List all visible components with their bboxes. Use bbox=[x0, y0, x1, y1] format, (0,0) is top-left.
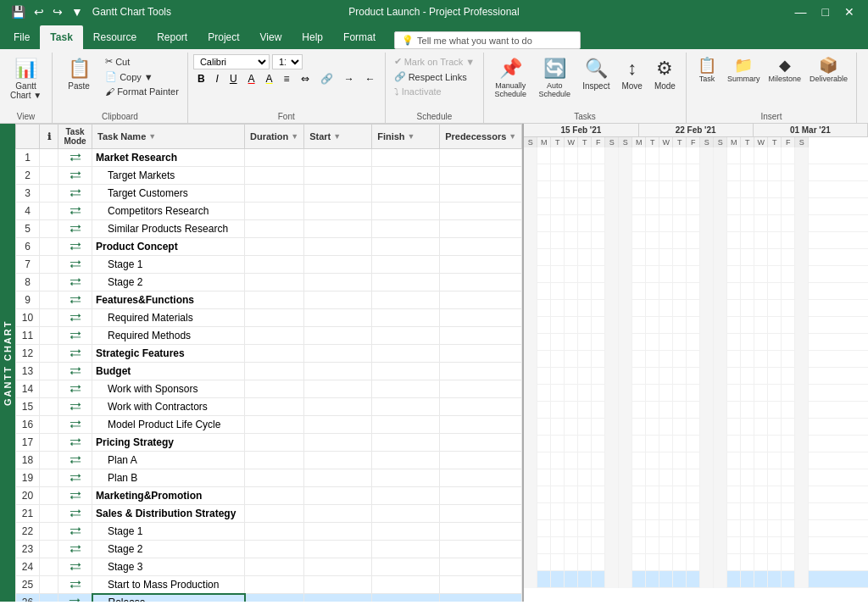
task-name-cell[interactable]: Work with Sponsors bbox=[92, 380, 245, 398]
task-name-cell[interactable]: Plan B bbox=[92, 469, 245, 487]
gantt-cell bbox=[619, 402, 632, 419]
task-name-cell[interactable]: Sales & Distribution Strategy bbox=[92, 505, 245, 523]
tab-file[interactable]: File bbox=[3, 25, 40, 49]
gantt-cell bbox=[551, 452, 565, 469]
task-name-cell[interactable]: Competitors Research bbox=[92, 203, 245, 220]
indent-button[interactable]: → bbox=[340, 71, 359, 86]
task-name-cell[interactable]: Release bbox=[92, 594, 245, 602]
duration-header[interactable]: Duration ▼ bbox=[245, 125, 304, 149]
predecessors-cell bbox=[440, 256, 522, 274]
gantt-cell bbox=[551, 317, 565, 334]
task-name-cell[interactable]: Target Markets bbox=[92, 167, 245, 185]
gantt-cell bbox=[795, 283, 809, 300]
gantt-cell bbox=[524, 469, 537, 486]
auto-schedule-button[interactable]: 🔄 AutoSchedule bbox=[533, 54, 576, 102]
copy-button[interactable]: 📄 Copy ▼ bbox=[102, 69, 157, 84]
font-color-button[interactable]: A bbox=[244, 71, 259, 86]
undo-button[interactable]: ↩ bbox=[31, 5, 47, 19]
tab-view[interactable]: View bbox=[250, 25, 292, 49]
mode-button[interactable]: ⚙ Mode bbox=[649, 54, 681, 94]
summary-insert-button[interactable]: 📁 Summary bbox=[724, 54, 764, 85]
task-name-cell[interactable]: Marketing&Promotion bbox=[92, 487, 245, 505]
gantt-cell bbox=[578, 385, 592, 402]
task-name-cell[interactable]: Strategic Features bbox=[92, 345, 245, 363]
gantt-cell bbox=[632, 402, 646, 419]
start-cell bbox=[304, 398, 372, 416]
predecessors-header[interactable]: Predecessors ▼ bbox=[440, 125, 522, 149]
respect-links-button[interactable]: 🔗 Respect Links bbox=[391, 69, 479, 84]
task-name-cell[interactable]: Work with Contractors bbox=[92, 398, 245, 416]
task-name-cell[interactable]: Similar Products Research bbox=[92, 220, 245, 238]
maximize-button[interactable]: □ bbox=[817, 3, 834, 20]
tab-project[interactable]: Project bbox=[198, 25, 249, 49]
customize-qat-button[interactable]: ▼ bbox=[69, 5, 86, 19]
task-name-cell[interactable]: Pricing Strategy bbox=[92, 434, 245, 452]
row-number: 10 bbox=[16, 309, 40, 327]
deliverable-insert-button[interactable]: 📦 Deliverable bbox=[806, 54, 851, 85]
finish-header[interactable]: Finish ▼ bbox=[372, 125, 440, 149]
ribbon-tab-bar: File Task Resource Report Project View H… bbox=[0, 24, 868, 49]
task-insert-button[interactable]: 📋 Task bbox=[692, 54, 722, 85]
cut-button[interactable]: ✂ Cut bbox=[102, 54, 133, 69]
task-name-cell[interactable]: Product Concept bbox=[92, 238, 245, 256]
align-center-button[interactable]: ⇔ bbox=[297, 71, 314, 86]
gantt-cell bbox=[632, 232, 646, 249]
task-name-cell[interactable]: Market Research bbox=[92, 149, 245, 167]
font-size-select[interactable]: 11 bbox=[272, 54, 303, 69]
start-header[interactable]: Start ▼ bbox=[304, 125, 372, 149]
outdent-button[interactable]: ← bbox=[361, 71, 380, 86]
predecessors-cell bbox=[440, 238, 522, 256]
move-button[interactable]: ↕ Move bbox=[616, 54, 647, 94]
task-name-cell[interactable]: Stage 1 bbox=[92, 256, 245, 274]
tab-help[interactable]: Help bbox=[292, 25, 333, 49]
tab-format[interactable]: Format bbox=[333, 25, 386, 49]
milestone-insert-button[interactable]: ◆ Milestone bbox=[765, 54, 804, 85]
align-left-button[interactable]: ≡ bbox=[280, 71, 294, 86]
task-name-cell[interactable]: Required Materials bbox=[92, 309, 245, 327]
search-box[interactable]: 💡 Tell me what you want to do bbox=[394, 31, 581, 49]
inspect-button[interactable]: 🔍 Inspect bbox=[577, 54, 615, 94]
gantt-chart-button[interactable]: 📊 GanttChart ▼ bbox=[5, 54, 47, 103]
task-name-cell[interactable]: Stage 2 bbox=[92, 541, 245, 558]
gantt-cell bbox=[673, 537, 687, 554]
tab-task[interactable]: Task bbox=[40, 25, 82, 49]
save-button[interactable]: 💾 bbox=[8, 5, 28, 19]
close-button[interactable]: ✕ bbox=[839, 3, 860, 20]
task-name-cell[interactable]: Features&Functions bbox=[92, 291, 245, 309]
minimize-button[interactable]: — bbox=[790, 3, 812, 20]
inactivate-button[interactable]: ⤵ Inactivate bbox=[391, 85, 479, 98]
tab-resource[interactable]: Resource bbox=[83, 25, 147, 49]
format-painter-button[interactable]: 🖌 Format Painter bbox=[102, 85, 182, 98]
start-cell bbox=[304, 309, 372, 327]
start-cell bbox=[304, 505, 372, 523]
gantt-cell bbox=[768, 402, 782, 419]
gantt-cell bbox=[782, 402, 795, 419]
link-button[interactable]: 🔗 bbox=[316, 71, 337, 86]
bold-button[interactable]: B bbox=[193, 71, 209, 86]
task-name-cell[interactable]: Start to Mass Production bbox=[92, 576, 245, 594]
gantt-day-header: M bbox=[632, 137, 646, 147]
underline-button[interactable]: U bbox=[225, 71, 242, 86]
task-name-cell[interactable]: Required Methods bbox=[92, 327, 245, 345]
task-name-header[interactable]: Task Name ▼ bbox=[92, 125, 245, 149]
redo-button[interactable]: ↪ bbox=[50, 5, 65, 19]
predecessors-cell bbox=[440, 345, 522, 363]
manually-schedule-button[interactable]: 📌 ManuallySchedule bbox=[489, 54, 531, 102]
task-name-cell[interactable]: Model Product Life Cycle bbox=[92, 416, 245, 434]
bg-color-button[interactable]: A bbox=[262, 71, 277, 86]
gantt-cell bbox=[714, 317, 727, 334]
tab-report[interactable]: Report bbox=[147, 25, 198, 49]
italic-button[interactable]: I bbox=[212, 71, 223, 86]
task-name-cell[interactable]: Target Customers bbox=[92, 185, 245, 203]
task-name-cell[interactable]: Stage 2 bbox=[92, 274, 245, 291]
gantt-cell bbox=[592, 554, 605, 571]
duration-cell bbox=[245, 594, 304, 602]
task-name-cell[interactable]: Budget bbox=[92, 363, 245, 380]
font-family-select[interactable]: Calibri bbox=[193, 54, 270, 69]
gantt-cell bbox=[795, 469, 809, 486]
task-name-cell[interactable]: Plan A bbox=[92, 452, 245, 469]
mark-on-track-button[interactable]: ✔ Mark on Track ▼ bbox=[391, 54, 479, 69]
task-name-cell[interactable]: Stage 3 bbox=[92, 558, 245, 576]
paste-button[interactable]: 📋 Paste bbox=[58, 54, 100, 94]
task-name-cell[interactable]: Stage 1 bbox=[92, 523, 245, 541]
